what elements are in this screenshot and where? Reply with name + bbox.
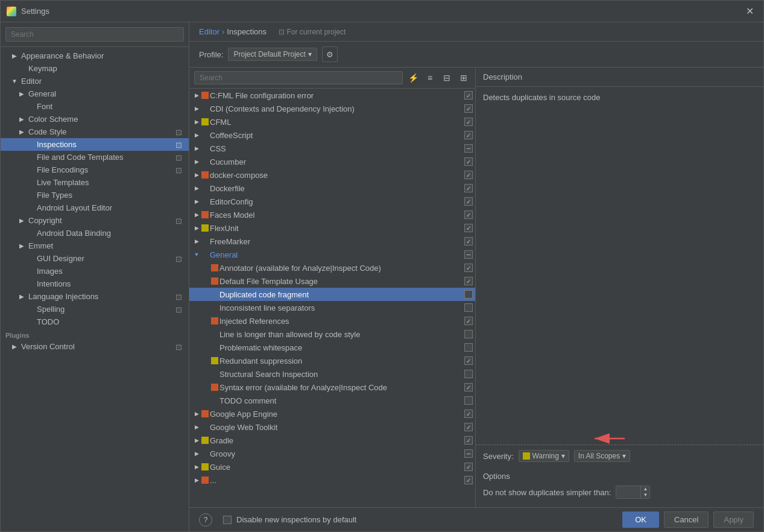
inspection-row-cfml[interactable]: ▶ CFML ✓ [189,115,475,128]
sidebar-item-editor[interactable]: ▼ Editor [1,75,189,87]
inspection-row-general[interactable]: ▼ General – [189,248,475,261]
inspection-checkbox[interactable]: ✓ [464,423,473,431]
sidebar-item-code-style[interactable]: ▶ Code Style ⊡ [1,125,189,138]
grid-button[interactable]: ⊞ [457,71,470,84]
cancel-button[interactable]: Cancel [664,511,709,528]
sidebar-item-spelling[interactable]: Spelling ⊡ [1,303,189,315]
inspection-checkbox[interactable]: ✓ [464,476,473,484]
sidebar-item-live-templates[interactable]: Live Templates [1,176,189,189]
inspection-row-editorconfig[interactable]: ▶ EditorConfig ✓ [189,195,475,208]
inspection-checkbox[interactable] [464,370,473,378]
inspection-row-css[interactable]: ▶ CSS – [189,142,475,155]
inspection-row-groovy[interactable]: ▶ Groovy – [189,447,475,460]
inspection-row-annotator[interactable]: Annotator (available for Analyze|Inspect… [189,261,475,274]
close-button[interactable]: ✕ [742,4,757,18]
sidebar-item-keymap[interactable]: Keymap [1,62,189,75]
inspection-checkbox[interactable]: ✓ [464,197,473,206]
inspection-row-duplicated-code[interactable]: Duplicated code fragment [189,288,475,301]
inspection-checkbox[interactable]: ✓ [464,277,473,285]
inspection-checkbox[interactable]: ✓ [464,118,473,126]
spinner-down-button[interactable]: ▼ [641,492,649,498]
gear-button[interactable]: ⚙ [322,46,338,62]
inspection-checkbox[interactable] [464,330,473,338]
inspection-checkbox[interactable]: ✓ [464,104,473,113]
sidebar-item-android-layout-editor[interactable]: Android Layout Editor [1,201,189,214]
inspection-checkbox[interactable]: – [464,250,473,259]
inspection-row-cdi[interactable]: ▶ CDI (Contexts and Dependency Injection… [189,102,475,115]
inspection-checkbox[interactable]: ✓ [464,224,473,232]
inspection-checkbox[interactable]: ✓ [464,383,473,391]
spinner-up-button[interactable]: ▲ [641,486,649,492]
collapse-all-button[interactable]: ⊟ [440,71,453,84]
sidebar-item-general[interactable]: ▶ General [1,87,189,100]
filter-button[interactable]: ⚡ [406,71,420,84]
duplicate-value-spinner[interactable]: 30 ▲ ▼ [616,486,650,499]
inspection-checkbox[interactable]: ✓ [464,131,473,139]
help-button[interactable]: ? [199,513,212,527]
profile-select[interactable]: Project Default Project ▾ [228,48,317,61]
inspection-row-redundant-suppression[interactable]: Redundant suppression ✓ [189,354,475,367]
sidebar-item-android-data-binding[interactable]: Android Data Binding [1,227,189,239]
sidebar-search-input[interactable] [5,27,184,42]
inspection-row-injected-references[interactable]: Injected References ✓ [189,314,475,328]
inspection-checkbox[interactable]: ✓ [464,237,473,245]
expand-all-button[interactable]: ≡ [423,71,437,84]
sidebar-item-language-injections[interactable]: ▶ Language Injections ⊡ [1,290,189,303]
inspection-checkbox[interactable]: ✓ [464,211,473,219]
inspection-checkbox[interactable] [464,343,473,352]
sidebar-item-file-encodings[interactable]: File Encodings ⊡ [1,163,189,176]
inspection-checkbox[interactable]: – [464,144,473,153]
sidebar-item-todo[interactable]: TODO [1,315,189,328]
inspection-row-syntax-error[interactable]: Syntax error (available for Analyze|Insp… [189,381,475,394]
inspection-row-coffeescript[interactable]: ▶ CoffeeScript ✓ [189,128,475,142]
inspection-row-inconsistent-line-sep[interactable]: Inconsistent line separators [189,301,475,314]
sidebar-item-file-code-templates[interactable]: File and Code Templates ⊡ [1,151,189,163]
inspection-row-docker-compose[interactable]: ▶ docker-compose ✓ [189,168,475,182]
inspection-checkbox[interactable]: ✓ [464,157,473,166]
breadcrumb-editor[interactable]: Editor [199,27,219,36]
inspection-row-todo-comment[interactable]: TODO comment [189,394,475,407]
inspection-row-guice[interactable]: ▶ Guice ✓ [189,460,475,473]
inspection-checkbox[interactable]: ✓ [464,463,473,471]
sidebar-item-images[interactable]: Images [1,265,189,277]
inspection-row-dockerfile[interactable]: ▶ Dockerfile ✓ [189,182,475,195]
inspection-row-structural-search[interactable]: Structural Search Inspection [189,367,475,381]
inspection-checkbox[interactable]: ✓ [464,264,473,272]
duplicate-value-input[interactable]: 30 [616,487,640,498]
inspection-row-google-web-toolkit[interactable]: ▶ Google Web Toolkit ✓ [189,420,475,434]
sidebar-item-color-scheme[interactable]: ▶ Color Scheme [1,113,189,125]
inspection-checkbox[interactable] [464,396,473,405]
disable-inspections-checkbox[interactable] [223,516,232,524]
sidebar-item-inspections[interactable]: Inspections ⊡ [1,138,189,151]
inspection-row-more[interactable]: ▶ ... ✓ [189,473,475,487]
inspection-row-freemaker[interactable]: ▶ FreeMarker ✓ [189,235,475,248]
ok-button[interactable]: OK [622,511,659,528]
inspection-row-faces-model[interactable]: ▶ Faces Model ✓ [189,208,475,221]
inspection-checkbox[interactable]: ✓ [464,171,473,179]
sidebar-item-copyright[interactable]: ▶ Copyright ⊡ [1,214,189,227]
inspection-checkbox[interactable]: – [464,449,473,458]
sidebar-item-version-control[interactable]: ▶ Version Control ⊡ [1,340,189,353]
sidebar-item-font[interactable]: Font [1,100,189,113]
inspection-checkbox[interactable]: ✓ [464,317,473,325]
inspection-row-cfml-config[interactable]: ▶ C:FML File configuration error ✓ [189,89,475,102]
apply-button[interactable]: Apply [713,511,754,528]
sidebar-item-appearance[interactable]: ▶ Appearance & Behavior [1,49,189,62]
inspection-checkbox[interactable] [464,303,473,312]
list-search-input[interactable] [194,71,403,84]
severity-select[interactable]: Warning ▾ [519,450,569,462]
sidebar-item-intentions[interactable]: Intentions [1,277,189,290]
inspection-checkbox[interactable]: ✓ [464,184,473,192]
inspection-row-line-longer[interactable]: Line is longer than allowed by code styl… [189,328,475,341]
inspection-row-gradle[interactable]: ▶ Gradle ✓ [189,434,475,447]
sidebar-item-gui-designer[interactable]: GUI Designer ⊡ [1,252,189,265]
inspection-row-cucumber[interactable]: ▶ Cucumber ✓ [189,155,475,168]
inspection-row-problematic-whitespace[interactable]: Problematic whitespace [189,341,475,354]
inspection-checkbox[interactable]: ✓ [464,91,473,100]
inspection-checkbox[interactable]: ✓ [464,436,473,445]
inspection-checkbox[interactable] [464,290,473,299]
inspection-checkbox[interactable]: ✓ [464,356,473,365]
sidebar-item-file-types[interactable]: File Types [1,189,189,201]
inspection-row-flexunit[interactable]: ▶ FlexUnit ✓ [189,221,475,235]
inspection-checkbox[interactable]: ✓ [464,410,473,418]
